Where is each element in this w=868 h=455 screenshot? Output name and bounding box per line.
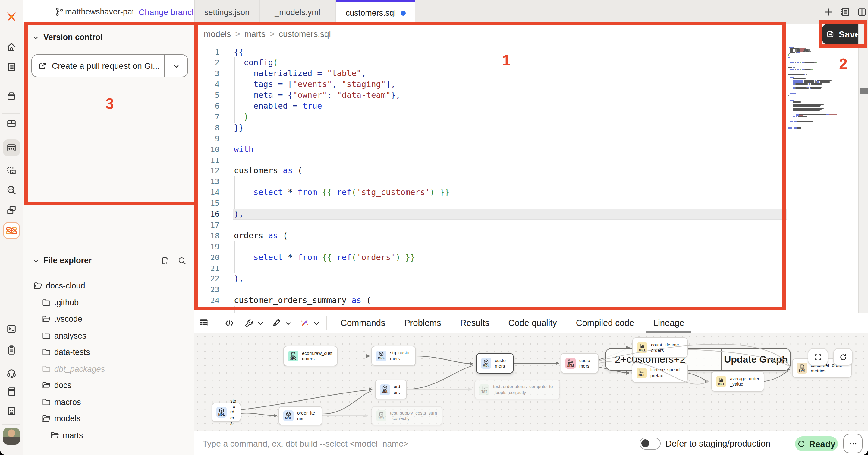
compile-code-icon[interactable] — [224, 318, 235, 328]
code-line-10: with — [234, 144, 253, 155]
status-ready-icon — [798, 440, 805, 448]
toolbar-divider — [326, 316, 327, 330]
line-number: 7 — [194, 112, 219, 122]
bottom-tab-Results[interactable]: Results — [453, 313, 497, 333]
new-tab-plus-icon[interactable] — [823, 6, 834, 18]
lineage-node-test_order_items_compute_to_bools_correctly[interactable]: TSTtest_order_items_compute_to_bools_cor… — [474, 379, 560, 399]
lineage-node-orders[interactable]: MDLorders — [375, 379, 407, 399]
tab-customers.sql[interactable]: customers.sql — [336, 0, 415, 24]
minimap-line — [788, 127, 801, 129]
create-pull-request-button[interactable]: Create a pull request on Gi... — [31, 54, 188, 77]
preview-table-icon[interactable] — [198, 317, 209, 328]
file-tree-item-.vscode[interactable]: .vscode — [42, 312, 82, 325]
version-control-collapse-icon[interactable] — [33, 34, 39, 41]
lineage-node-customers[interactable]: SEMcustomers — [561, 353, 598, 373]
docs-book-icon[interactable] — [6, 386, 17, 397]
fullscreen-button[interactable] — [808, 348, 828, 366]
lineage-node-stg_orders[interactable]: MDLstg_orders — [212, 402, 241, 422]
format-broom-icon[interactable] — [271, 318, 281, 328]
user-avatar[interactable] — [3, 428, 20, 445]
home-icon[interactable] — [6, 41, 17, 53]
build-wrench-icon[interactable] — [244, 318, 254, 328]
file-list-icon[interactable] — [839, 6, 851, 18]
save-button[interactable]: Save — [822, 24, 864, 44]
lineage-node-order_items[interactable]: MDLorder_items — [278, 406, 322, 425]
pull-request-dropdown-chevron[interactable] — [172, 62, 180, 70]
file-tree-item-analyses[interactable]: analyses — [42, 329, 87, 342]
scrollbar-thumb[interactable] — [860, 88, 868, 93]
lineage-node-count_lifetime_orders[interactable]: METcount_lifetime_orders — [632, 337, 688, 358]
notebook-icon[interactable] — [6, 61, 17, 73]
lineage-node-ecom.raw_customers[interactable]: SRCecom.raw_customers — [283, 346, 338, 366]
editor-scrollbar[interactable] — [858, 24, 868, 313]
breadcrumb-item[interactable]: models — [204, 29, 231, 39]
lineage-node-test_supply_costs_sum_correctly[interactable]: TSTtest_supply_costs_sum_correctly — [371, 406, 442, 425]
code-editor-icon[interactable] — [6, 142, 17, 153]
stack-icon[interactable] — [6, 90, 17, 102]
line-number: 8 — [194, 122, 219, 133]
minimap-line — [788, 50, 810, 50]
bottom-tab-Problems[interactable]: Problems — [397, 313, 448, 333]
fusion-atom-icon[interactable] — [3, 222, 20, 239]
branch-name[interactable]: matthewshaver-patch-1 — [65, 7, 133, 16]
save-floppy-icon — [826, 30, 835, 39]
file-tree-item-docs[interactable]: docs — [42, 379, 71, 392]
line-number: 18 — [194, 230, 219, 241]
apps-icon[interactable] — [6, 204, 17, 216]
format-dropdown-chevron[interactable] — [284, 320, 292, 327]
refresh-graph-button[interactable] — [833, 348, 853, 366]
bottom-tab-Compiled code[interactable]: Compiled code — [569, 313, 641, 333]
clipboard-icon[interactable] — [6, 344, 17, 356]
file-explorer-collapse-icon[interactable] — [33, 258, 39, 264]
lineage-node-customers[interactable]: MDLcustomers — [476, 353, 514, 373]
node-type-chip-TST: TST — [479, 384, 490, 395]
search-files-icon[interactable] — [177, 256, 187, 265]
bottom-tab-Commands[interactable]: Commands — [333, 313, 393, 333]
file-tree-item-.github[interactable]: .github — [42, 296, 79, 309]
file-tree-item-docs-cloud[interactable]: docs-cloud — [34, 279, 85, 292]
file-tree-item-dbt_packages[interactable]: dbt_packages — [42, 362, 105, 375]
command-input[interactable]: Type a command, ex. dbt build --select <… — [203, 439, 408, 448]
bottom-tab-Code quality[interactable]: Code quality — [501, 313, 564, 333]
lineage-node-lifetime_spend_pretax[interactable]: METlifetime_spend_pretax — [632, 363, 688, 382]
defer-toggle[interactable] — [640, 437, 661, 450]
minimap-line — [788, 72, 789, 73]
minimap-line — [788, 82, 830, 83]
organization-icon[interactable] — [6, 405, 17, 417]
line-number: 20 — [194, 252, 219, 263]
status-badge[interactable]: Ready — [795, 436, 838, 451]
build-dropdown-chevron[interactable] — [257, 320, 264, 327]
tab-settings.json[interactable]: settings.json — [195, 0, 260, 24]
node-label: orders — [394, 384, 402, 395]
file-tree-item-models[interactable]: models — [42, 412, 81, 425]
new-file-icon[interactable] — [160, 256, 170, 265]
ai-dropdown-chevron[interactable] — [313, 320, 320, 327]
visual-editor-icon[interactable] — [6, 165, 17, 176]
split-pane-icon[interactable] — [856, 6, 868, 18]
explore-icon[interactable] — [6, 184, 17, 196]
update-graph-button[interactable]: Update Graph — [721, 349, 790, 370]
file-tree-item-data-tests[interactable]: data-tests — [42, 345, 90, 359]
lineage-node-stg_customers[interactable]: MDLstg_customers — [371, 346, 416, 366]
breadcrumb-item[interactable]: customers.sql — [279, 29, 331, 39]
file-tree-item-marts[interactable]: marts — [51, 428, 83, 442]
file-tree-item-macros[interactable]: macros — [42, 395, 81, 408]
lineage-canvas[interactable]: SRCecom.raw_customersMDLstg_customersMDL… — [194, 333, 868, 431]
ai-magic-wand-icon[interactable] — [300, 318, 310, 328]
more-actions-button[interactable] — [843, 434, 863, 453]
breadcrumb-separator: > — [235, 29, 240, 39]
dashboard-icon[interactable] — [6, 118, 17, 130]
change-branch-link[interactable]: Change branch — [138, 7, 196, 17]
dbt-logo-icon[interactable] — [4, 9, 19, 24]
lineage-node-average_order_value[interactable]: METaverage_order_value — [711, 371, 764, 392]
bottom-tab-Lineage[interactable]: Lineage — [646, 313, 691, 333]
breadcrumb-item[interactable]: marts — [244, 29, 266, 39]
terminal-icon[interactable] — [6, 323, 17, 335]
support-headset-icon[interactable] — [6, 367, 17, 379]
tab-_models.yml[interactable]: _models.yml — [260, 0, 336, 24]
minimap-line — [788, 93, 797, 94]
refresh-icon — [839, 353, 847, 361]
minimap-line — [788, 100, 795, 101]
sidebar: Version control Create a pull request on… — [23, 24, 195, 455]
minimap-line — [788, 78, 806, 79]
